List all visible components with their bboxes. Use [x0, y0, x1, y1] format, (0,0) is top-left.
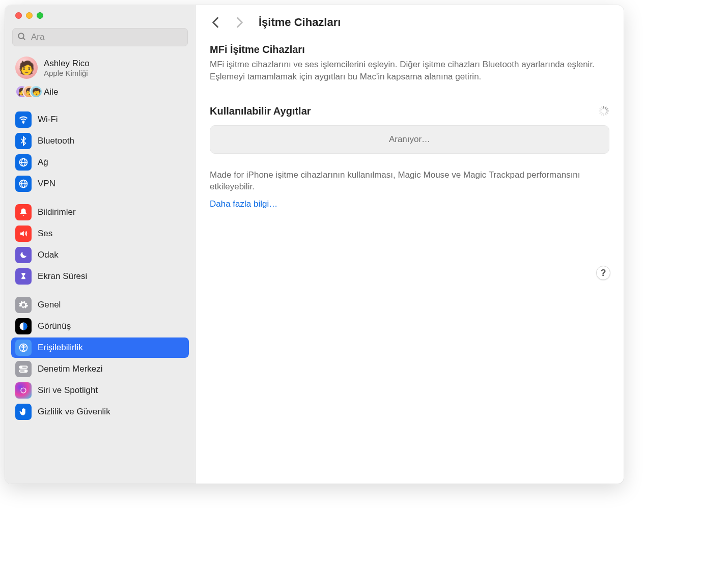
sidebar-group-network: Wi-Fi Bluetooth Ağ	[11, 109, 189, 194]
sidebar-group-system: Genel Görünüş Erişilebilirlik	[11, 295, 189, 422]
accessibility-icon	[15, 340, 32, 356]
svg-point-15	[25, 371, 26, 372]
sidebar-item-label: Denetim Merkezi	[38, 364, 103, 374]
sidebar-item-apple-id[interactable]: 🧑 Ashley Rico Apple Kimliği	[11, 51, 189, 84]
svg-point-0	[18, 33, 24, 39]
family-avatars: 👧 👦 🧒	[15, 85, 38, 99]
svg-line-28	[601, 107, 602, 108]
sidebar-item-wifi[interactable]: Wi-Fi	[11, 109, 189, 130]
sidebar-item-vpn[interactable]: VPN	[11, 174, 189, 194]
available-title: Kullanılabilir Aygıtlar	[210, 105, 311, 117]
help-button[interactable]: ?	[596, 266, 610, 280]
svg-line-18	[605, 107, 606, 108]
hand-icon	[15, 404, 32, 420]
sidebar-item-privacy[interactable]: Gizlilik ve Güvenlik	[11, 402, 189, 422]
sidebar-item-label: Görünüş	[38, 321, 71, 331]
sidebar-item-label: Erişilebilirlik	[38, 343, 83, 353]
sidebar-item-label: VPN	[38, 179, 55, 189]
sidebar: 🧑 Ashley Rico Apple Kimliği 👧 👦 🧒 Aile	[5, 5, 195, 484]
sidebar-item-label: Wi-Fi	[38, 115, 58, 125]
traffic-lights	[5, 12, 195, 19]
forward-button[interactable]	[232, 15, 247, 30]
sidebar-item-screen-time[interactable]: Ekran Süresi	[11, 266, 189, 287]
section-title: MFi İşitme Cihazları	[210, 44, 609, 55]
main-content: MFi İşitme Cihazları MFi işitme cihazlar…	[195, 40, 624, 209]
family-label: Aile	[44, 87, 58, 97]
svg-line-1	[23, 38, 25, 40]
sidebar-item-bluetooth[interactable]: Bluetooth	[11, 131, 189, 151]
siri-icon	[15, 382, 32, 399]
sidebar-item-label: Odak	[38, 250, 59, 260]
bluetooth-icon	[15, 133, 32, 149]
sidebar-item-accessibility[interactable]: Erişilebilirlik	[11, 337, 189, 358]
sidebar-item-label: Genel	[38, 300, 61, 310]
svg-line-24	[601, 114, 602, 115]
search-icon	[17, 32, 26, 41]
sidebar-item-label: Bildirimler	[38, 207, 76, 217]
sidebar-item-general[interactable]: Genel	[11, 295, 189, 315]
gear-icon	[15, 297, 32, 313]
hourglass-icon	[15, 268, 32, 285]
more-info-link[interactable]: Daha fazla bilgi…	[210, 199, 277, 209]
bell-icon	[15, 204, 32, 220]
svg-line-27	[600, 109, 601, 110]
vpn-icon	[15, 176, 32, 192]
help-label: ?	[601, 268, 606, 278]
section-description: MFi işitme cihazlarını ve ses işlemciler…	[210, 59, 609, 83]
search-input[interactable]	[12, 28, 188, 46]
sidebar-item-sound[interactable]: Ses	[11, 223, 189, 244]
sidebar-item-siri[interactable]: Siri ve Spotlight	[11, 380, 189, 401]
available-devices-header: Kullanılabilir Aygıtlar	[210, 105, 609, 117]
speaker-icon	[15, 226, 32, 242]
page-title: İşitme Cihazları	[259, 16, 341, 29]
searching-text: Aranıyor…	[389, 134, 430, 145]
sidebar-item-label: Ağ	[38, 157, 48, 167]
minimize-button[interactable]	[26, 12, 33, 19]
footnote: Made for iPhone işitme cihazlarının kull…	[210, 169, 609, 193]
fullscreen-button[interactable]	[37, 12, 43, 19]
sidebar-item-label: Siri ve Spotlight	[38, 385, 98, 396]
sidebar-item-focus[interactable]: Odak	[11, 245, 189, 265]
svg-point-16	[21, 388, 26, 393]
svg-point-11	[23, 345, 24, 346]
sidebar-item-label: Gizlilik ve Güvenlik	[38, 407, 110, 417]
content-header: İşitme Cihazları	[195, 5, 624, 40]
svg-line-19	[606, 109, 608, 110]
svg-line-22	[605, 114, 606, 115]
svg-line-25	[600, 112, 601, 114]
svg-point-13	[21, 367, 22, 368]
back-button[interactable]	[208, 15, 223, 30]
avatar: 🧑	[15, 57, 38, 79]
wifi-icon	[15, 111, 32, 128]
globe-icon	[15, 154, 32, 171]
moon-icon	[15, 247, 32, 263]
appearance-icon	[15, 318, 32, 334]
search-container	[12, 28, 188, 46]
device-search-status: Aranıyor…	[210, 125, 609, 154]
sidebar-item-appearance[interactable]: Görünüş	[11, 316, 189, 336]
sidebar-item-control-center[interactable]: Denetim Merkezi	[11, 359, 189, 379]
sidebar-item-network[interactable]: Ağ	[11, 152, 189, 173]
sidebar-list: 🧑 Ashley Rico Apple Kimliği 👧 👦 🧒 Aile	[5, 51, 195, 430]
spinner-icon	[598, 105, 609, 117]
sidebar-item-notifications[interactable]: Bildirimler	[11, 202, 189, 222]
sidebar-item-family[interactable]: 👧 👦 🧒 Aile	[11, 84, 189, 103]
sidebar-group-alerts: Bildirimler Ses Odak	[11, 202, 189, 287]
switches-icon	[15, 361, 32, 377]
sidebar-item-label: Ses	[38, 229, 52, 239]
content-pane: İşitme Cihazları MFi İşitme Cihazları MF…	[195, 5, 624, 484]
svg-point-2	[23, 122, 24, 123]
sidebar-item-label: Bluetooth	[38, 136, 74, 146]
close-button[interactable]	[15, 12, 22, 19]
profile-name: Ashley Rico	[44, 59, 90, 69]
svg-line-21	[606, 112, 608, 114]
sidebar-item-label: Ekran Süresi	[38, 271, 87, 282]
settings-window: 🧑 Ashley Rico Apple Kimliği 👧 👦 🧒 Aile	[5, 5, 624, 484]
profile-subtitle: Apple Kimliği	[44, 69, 90, 77]
